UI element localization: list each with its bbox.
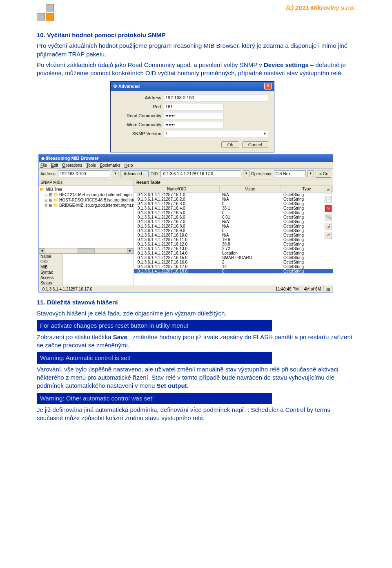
table-row[interactable]: .0.1.3.6.1.4.1.21287.16.6.00.01OctetStri… xyxy=(134,215,333,219)
operations-dropdown-icon[interactable]: ▼ xyxy=(307,170,314,177)
info-value xyxy=(63,264,134,270)
go-button[interactable]: ➔Go xyxy=(316,170,331,178)
status-time: 11:40:46 PM xyxy=(273,286,302,292)
section11-heading: 11. Důležitá stavová hlášení xyxy=(37,298,355,306)
tool-icon[interactable]: ↗ xyxy=(325,232,332,239)
table-row[interactable]: .0.1.3.6.1.4.1.21287.16.16.02OctetString xyxy=(134,260,333,264)
table-row[interactable]: .0.1.3.6.1.4.1.21287.16.4.036.1OctetStri… xyxy=(134,206,333,210)
operations-label: Operations: xyxy=(251,172,272,176)
menu-edit[interactable]: Edit xyxy=(51,163,58,168)
ok-button[interactable]: Ok xyxy=(221,141,239,148)
status-grip-icon: ▨ xyxy=(324,286,333,292)
status-banner-warning1: Warning: Automatic control is set! xyxy=(37,352,272,364)
logo xyxy=(37,4,56,23)
col-name-oid[interactable]: Name/OID xyxy=(134,186,220,192)
table-row[interactable]: .0.1.3.6.1.4.1.21287.16.3.00OctetString xyxy=(134,201,333,206)
tree-item[interactable]: ⊞ 📁 HOST-RESOURCES-MIB.iso.org.dod.inter… xyxy=(40,197,133,203)
tree-item[interactable]: ⊞ 📁 BRIDGE-MIB.iso.org.dod.internet.mgmt… xyxy=(40,203,133,208)
oid-dropdown-icon[interactable]: ▼ xyxy=(243,170,249,177)
address-dropdown-icon[interactable]: ▼ xyxy=(112,170,118,177)
address-label: Address: xyxy=(40,172,56,176)
info-label: Name xyxy=(39,254,63,259)
status-banner-warning2: Warning: Other automatic control was set… xyxy=(37,393,272,404)
write-community-input[interactable] xyxy=(164,121,223,128)
menu-help[interactable]: Help xyxy=(125,163,133,168)
horizontal-scrollbar[interactable]: ◄► xyxy=(39,248,134,253)
menu-tools[interactable]: Tools xyxy=(86,163,96,168)
port-input[interactable] xyxy=(164,103,223,110)
section11-para4: Je již definována jiná automatická podmí… xyxy=(37,406,355,423)
table-row[interactable]: .0.1.3.6.1.4.1.21287.16.7.0N/AOctetStrin… xyxy=(134,219,333,224)
menu-bookmarks[interactable]: Bookmarks xyxy=(100,163,120,168)
app-icon: ◆ xyxy=(41,156,45,161)
oid-label: OID: xyxy=(150,172,159,176)
chevron-down-icon: ▼ xyxy=(263,132,267,136)
section11-para3: Varování, vše bylo úspěšně nastaveno, al… xyxy=(37,365,355,390)
table-row[interactable]: .0.1.3.6.1.4.1.21287.16.9.00OctetString xyxy=(134,228,333,233)
status-memory: 4M of 6M xyxy=(301,286,324,292)
tool-icon[interactable]: ⦸ xyxy=(325,205,332,212)
table-row[interactable]: .0.1.3.6.1.4.1.21287.16.14.0LocationOcte… xyxy=(134,251,333,255)
table-row[interactable]: .0.1.3.6.1.4.1.21287.16.15.0SMART BOARDO… xyxy=(134,255,333,260)
advanced-dialog: ⚙ Advanced ✕ Address Port Read Community… xyxy=(110,81,274,152)
write-community-label: Write Community xyxy=(116,122,164,127)
info-label: Syntax xyxy=(39,270,63,275)
info-label: Access xyxy=(39,275,63,280)
gear-icon: ⚙ xyxy=(113,84,117,89)
status-banner-activate: For activate changes press reset button … xyxy=(37,320,272,331)
snmp-version-select[interactable]: 1▼ xyxy=(164,130,268,137)
tool-icon[interactable]: 🔍 xyxy=(325,214,332,221)
mib-browser-window: ◆ iReasoning MIB Browser FileEditOperati… xyxy=(38,154,333,293)
table-row[interactable]: .0.1.3.6.1.4.1.21287.16.8.0N/AOctetStrin… xyxy=(134,224,333,228)
table-row[interactable]: .0.1.3.6.1.4.1.21287.16.12.038.8OctetStr… xyxy=(134,242,333,246)
info-value xyxy=(63,275,134,280)
section10-heading: 10. Vyčítání hodnot pomocí protokolu SNM… xyxy=(37,31,355,39)
oid-field[interactable]: .0.1.3.6.1.4.1.21287.16.17.0 xyxy=(160,170,241,177)
table-row[interactable]: .0.1.3.6.1.4.1.21287.16.10.0N/AOctetStri… xyxy=(134,233,333,237)
result-table-header: Result Table xyxy=(134,179,333,186)
go-arrow-icon: ➔ xyxy=(318,172,322,176)
tool-icon[interactable]: ✕ xyxy=(325,187,332,194)
status-oid: .0.1.3.6.1.4.1.21287.16.17.0 xyxy=(39,286,273,292)
info-label: MIB xyxy=(39,264,63,270)
copyright: (c) 2011 Mikrovlny s.r.o. xyxy=(286,4,355,11)
table-row[interactable]: .0.1.3.6.1.4.1.21287.16.18.00OctetString xyxy=(134,269,333,273)
read-community-label: Read Community xyxy=(116,113,164,118)
info-value xyxy=(63,280,134,286)
table-row[interactable]: .0.1.3.6.1.4.1.21287.16.1.0N/AOctetStrin… xyxy=(134,192,333,197)
section10-para1: Pro vyčtení aktuálních hodnot použijeme … xyxy=(37,42,355,58)
advanced-button[interactable]: Advanced... xyxy=(120,170,149,177)
table-row[interactable]: .0.1.3.6.1.4.1.21287.16.13.02.72OctetStr… xyxy=(134,246,333,251)
operations-select[interactable]: Get Next xyxy=(274,170,306,177)
address-field[interactable]: 192.168.0.100 xyxy=(58,170,110,177)
read-community-input[interactable] xyxy=(164,112,223,119)
info-value xyxy=(63,259,134,264)
menu-file[interactable]: File xyxy=(40,163,47,168)
table-row[interactable]: .0.1.3.6.1.4.1.21287.16.5.00OctetString xyxy=(134,210,333,215)
info-label: Status xyxy=(39,280,63,286)
tree-root[interactable]: 📂 MIB Tree xyxy=(40,187,133,192)
window-title: iReasoning MIB Browser xyxy=(46,156,99,161)
cancel-button[interactable]: Cancel xyxy=(242,141,268,148)
tree-item[interactable]: ⊞ 📁 RFC1213-MIB.iso.org.dod.internet.mgm… xyxy=(40,192,133,197)
col-value[interactable]: Value xyxy=(220,186,281,192)
close-icon[interactable]: ✕ xyxy=(264,83,272,89)
tree-header: SNMP MIBs xyxy=(39,179,134,186)
tool-icon[interactable]: 📊 xyxy=(325,223,332,230)
tool-icon[interactable]: 📄 xyxy=(325,196,332,203)
info-label: OID xyxy=(39,259,63,264)
section10-para2: Po vložení základních údajů jako Read Co… xyxy=(37,61,355,78)
address-input[interactable] xyxy=(164,94,268,101)
table-row[interactable]: .0.1.3.6.1.4.1.21287.16.17.012OctetStrin… xyxy=(134,264,333,269)
info-value xyxy=(63,270,134,275)
dialog-title: Advanced xyxy=(118,84,140,89)
table-row[interactable]: .0.1.3.6.1.4.1.21287.16.2.0N/AOctetStrin… xyxy=(134,197,333,201)
menubar: FileEditOperationsToolsBookmarksHelp xyxy=(39,162,333,169)
menu-operations[interactable]: Operations xyxy=(62,163,82,168)
snmp-version-label: SNMP Version xyxy=(116,131,164,136)
info-value xyxy=(63,254,134,259)
address-label: Address xyxy=(116,95,164,100)
section11-para1: Stavových hlášení je celá řada, zde obja… xyxy=(37,309,355,318)
port-label: Port xyxy=(116,104,164,109)
table-row[interactable]: .0.1.3.6.1.4.1.21287.16.11.019.9OctetStr… xyxy=(134,237,333,242)
